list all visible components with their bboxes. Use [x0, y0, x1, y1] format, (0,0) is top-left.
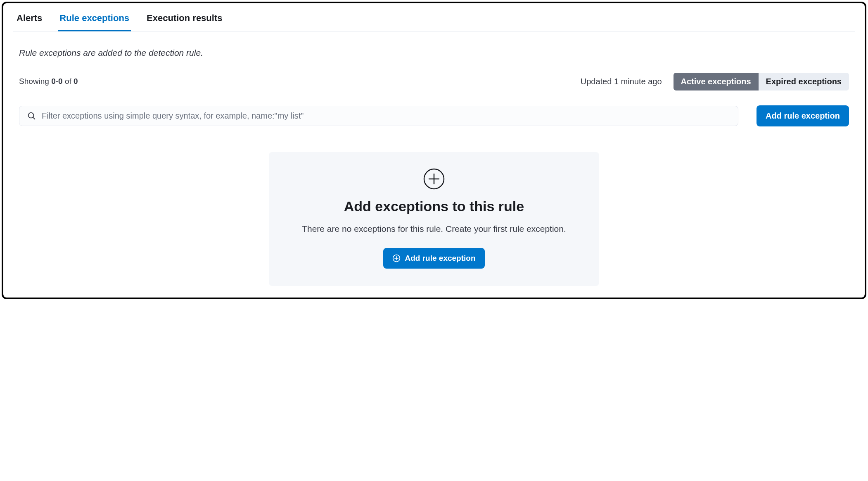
search-input[interactable]: [42, 111, 730, 121]
empty-state-card: Add exceptions to this rule There are no…: [269, 152, 599, 286]
tab-rule-exceptions[interactable]: Rule exceptions: [58, 8, 131, 31]
toggle-active-exceptions[interactable]: Active exceptions: [674, 73, 759, 90]
svg-line-1: [33, 117, 35, 119]
showing-range: 0-0: [51, 77, 62, 86]
last-updated: Updated 1 minute ago: [581, 77, 662, 86]
empty-state-description: There are no exceptions for this rule. C…: [287, 222, 581, 236]
search-icon: [27, 111, 36, 120]
tab-alerts[interactable]: Alerts: [15, 8, 44, 31]
showing-of: of: [63, 77, 74, 86]
page-description: Rule exceptions are added to the detecti…: [19, 48, 855, 58]
empty-state-add-button[interactable]: Add rule exception: [383, 248, 484, 269]
empty-state-title: Add exceptions to this rule: [287, 198, 581, 214]
showing-total: 0: [74, 77, 78, 86]
search-box[interactable]: [19, 106, 738, 126]
empty-state-add-button-label: Add rule exception: [405, 254, 475, 263]
tabs-bar: Alerts Rule exceptions Execution results: [13, 8, 855, 31]
add-rule-exception-button[interactable]: Add rule exception: [757, 105, 849, 126]
exception-state-toggle: Active exceptions Expired exceptions: [674, 73, 849, 90]
tab-execution-results[interactable]: Execution results: [145, 8, 224, 31]
plus-circle-icon: [423, 168, 445, 190]
showing-prefix: Showing: [19, 77, 51, 86]
plus-circle-icon: [392, 254, 401, 262]
status-row: Showing 0-0 of 0 Updated 1 minute ago Ac…: [19, 73, 849, 90]
toggle-expired-exceptions[interactable]: Expired exceptions: [759, 73, 849, 90]
showing-count: Showing 0-0 of 0: [19, 77, 78, 86]
search-row: Add rule exception: [19, 105, 849, 126]
